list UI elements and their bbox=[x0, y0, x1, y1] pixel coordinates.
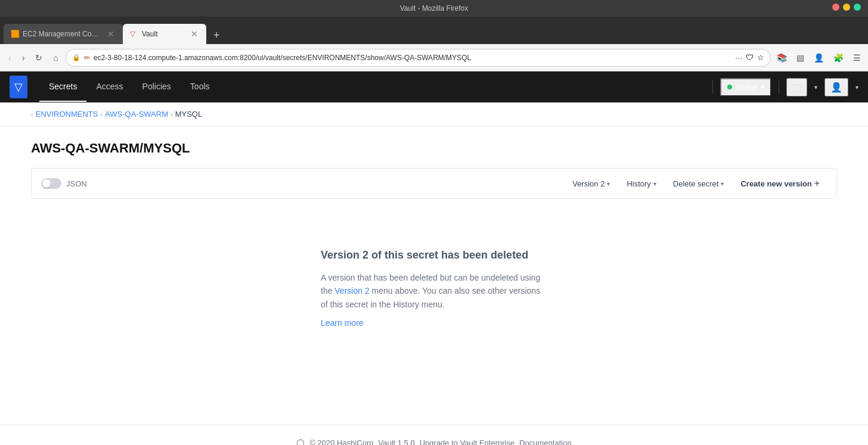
nav-item-access[interactable]: Access bbox=[86, 72, 132, 102]
terminal-chevron: ▾ bbox=[814, 84, 817, 91]
create-label: Create new version bbox=[740, 179, 811, 188]
breadcrumb-sep-3: ‹ bbox=[170, 111, 173, 118]
library-icon[interactable]: 📚 bbox=[774, 51, 789, 65]
nav-divider-2 bbox=[779, 80, 779, 94]
edit-icon: ✏ bbox=[84, 54, 90, 62]
user-chevron: ▾ bbox=[855, 84, 858, 91]
vault-version-link[interactable]: Vault 1.5.0 bbox=[379, 438, 415, 445]
deleted-content: Version 2 of this secret has been delete… bbox=[31, 213, 837, 363]
breadcrumb-mysql: MYSQL bbox=[175, 110, 203, 119]
deleted-description: A version that has been deleted but can … bbox=[321, 271, 547, 311]
documentation-link[interactable]: Documentation bbox=[519, 438, 571, 445]
nav-item-secrets[interactable]: Secrets bbox=[39, 72, 86, 102]
hashicorp-logo-icon: ⬡ bbox=[296, 437, 305, 445]
deleted-title: Version 2 of this secret has been delete… bbox=[321, 249, 547, 262]
new-tab-button[interactable]: + bbox=[209, 27, 225, 44]
nav-item-tools[interactable]: Tools bbox=[181, 72, 219, 102]
create-icon: + bbox=[814, 178, 820, 189]
tab-vault[interactable]: ▽ Vault ✕ bbox=[123, 24, 206, 44]
overflow-menu-icon[interactable]: ··· bbox=[735, 53, 742, 63]
breadcrumb-aws-qa-swarm[interactable]: AWS-QA-SWARM bbox=[105, 110, 168, 119]
main-content: AWS-QA-SWARM/MYSQL JSON Version 2 ▾ Hist… bbox=[0, 126, 868, 425]
vault-tab-favicon: ▽ bbox=[130, 30, 138, 38]
history-button[interactable]: History ▾ bbox=[619, 176, 663, 192]
delete-label: Delete secret bbox=[673, 179, 719, 188]
footer: ⬡ © 2020 HashiCorp Vault 1.5.0 Upgrade t… bbox=[0, 425, 868, 445]
maximize-window-button[interactable] bbox=[854, 4, 861, 11]
secret-toolbar: JSON Version 2 ▾ History ▾ Delete secret… bbox=[31, 168, 837, 199]
create-new-version-button[interactable]: Create new version + bbox=[733, 175, 827, 192]
version-button[interactable]: Version 2 ▾ bbox=[565, 176, 617, 192]
user-button[interactable]: 👤 bbox=[824, 78, 848, 97]
tab-ec2[interactable]: 🟧 EC2 Management Conso ✕ bbox=[4, 24, 123, 44]
vault-nav: ▽ Secrets Access Policies Tools Status ▾… bbox=[0, 71, 868, 102]
json-label: JSON bbox=[66, 179, 87, 188]
breadcrumb-sep-1: ‹ bbox=[31, 111, 33, 118]
status-dot bbox=[727, 85, 732, 89]
vault-nav-right: Status ▾ ⬚ ▾ 👤 ▾ bbox=[712, 78, 858, 97]
vault-nav-items: Secrets Access Policies Tools bbox=[39, 72, 219, 102]
vault-tab-label: Vault bbox=[142, 30, 186, 38]
browser-nav: ‹ › ↻ ⌂ 🔒 ✏ ··· 🛡 ☆ 📚 ▤ 👤 🧩 ☰ bbox=[0, 44, 868, 71]
back-button[interactable]: ‹ bbox=[5, 51, 15, 65]
bookmark-shield-icon: 🛡 bbox=[746, 53, 754, 62]
star-icon[interactable]: ☆ bbox=[757, 53, 764, 62]
breadcrumb-environments[interactable]: ENVIRONMENTS bbox=[36, 110, 98, 119]
browser-tabs: 🟧 EC2 Management Conso ✕ ▽ Vault ✕ + bbox=[0, 17, 868, 44]
window-controls bbox=[832, 4, 861, 11]
url-input[interactable] bbox=[94, 54, 732, 62]
version-label: Version 2 bbox=[572, 179, 604, 188]
nav-item-policies[interactable]: Policies bbox=[133, 72, 181, 102]
terminal-button[interactable]: ⬚ bbox=[786, 78, 807, 97]
status-button[interactable]: Status ▾ bbox=[720, 78, 771, 97]
json-toggle: JSON bbox=[41, 178, 87, 189]
ec2-tab-close[interactable]: ✕ bbox=[106, 29, 116, 39]
breadcrumb: ‹ ENVIRONMENTS ‹ AWS-QA-SWARM ‹ MYSQL bbox=[31, 110, 837, 119]
forward-button[interactable]: › bbox=[18, 51, 29, 65]
delete-secret-button[interactable]: Delete secret ▾ bbox=[666, 176, 731, 192]
page-title: AWS-QA-SWARM/MYSQL bbox=[31, 141, 837, 156]
address-bar[interactable]: 🔒 ✏ ··· 🛡 ☆ bbox=[66, 49, 771, 67]
window-title: Vault - Mozilla Firefox bbox=[400, 4, 468, 13]
browser-titlebar: Vault - Mozilla Firefox bbox=[0, 0, 868, 17]
history-chevron: ▾ bbox=[653, 181, 656, 187]
deleted-box: Version 2 of this secret has been delete… bbox=[321, 249, 547, 328]
footer-copyright: © 2020 HashiCorp bbox=[309, 438, 373, 445]
vault-logo: ▽ bbox=[10, 76, 27, 98]
home-button[interactable]: ⌂ bbox=[49, 51, 61, 65]
browser-window: Vault - Mozilla Firefox 🟧 EC2 Management… bbox=[0, 0, 868, 71]
breadcrumb-bar: ‹ ENVIRONMENTS ‹ AWS-QA-SWARM ‹ MYSQL bbox=[0, 102, 868, 126]
vault-app: ▽ Secrets Access Policies Tools Status ▾… bbox=[0, 71, 868, 445]
extensions-icon[interactable]: 🧩 bbox=[831, 51, 846, 65]
delete-chevron: ▾ bbox=[721, 181, 724, 187]
breadcrumb-sep-2: ‹ bbox=[100, 111, 103, 118]
minimize-window-button[interactable] bbox=[843, 4, 850, 11]
toggle-inner bbox=[42, 179, 51, 188]
profile-icon[interactable]: 👤 bbox=[811, 51, 826, 65]
ec2-tab-favicon: 🟧 bbox=[11, 30, 19, 38]
nav-actions: 📚 ▤ 👤 🧩 ☰ bbox=[774, 51, 863, 65]
version-2-link[interactable]: Version 2 bbox=[334, 286, 369, 295]
toolbar-right: Version 2 ▾ History ▾ Delete secret ▾ Cr… bbox=[565, 175, 827, 192]
nav-divider bbox=[712, 80, 713, 94]
version-chevron: ▾ bbox=[607, 181, 610, 187]
close-window-button[interactable] bbox=[832, 4, 839, 11]
upgrade-link[interactable]: Upgrade to Vault Enterprise bbox=[420, 438, 514, 445]
status-label: Status bbox=[736, 83, 758, 92]
status-chevron: ▾ bbox=[761, 84, 764, 91]
sidebar-icon[interactable]: ▤ bbox=[794, 51, 807, 65]
menu-icon[interactable]: ☰ bbox=[851, 51, 863, 65]
json-toggle-switch[interactable] bbox=[41, 178, 61, 189]
vault-tab-close[interactable]: ✕ bbox=[190, 29, 199, 39]
ec2-tab-label: EC2 Management Conso bbox=[23, 30, 103, 38]
reload-button[interactable]: ↻ bbox=[32, 51, 46, 65]
security-icon: 🔒 bbox=[72, 54, 80, 61]
history-label: History bbox=[627, 179, 650, 188]
learn-more-link[interactable]: Learn more bbox=[321, 318, 364, 328]
